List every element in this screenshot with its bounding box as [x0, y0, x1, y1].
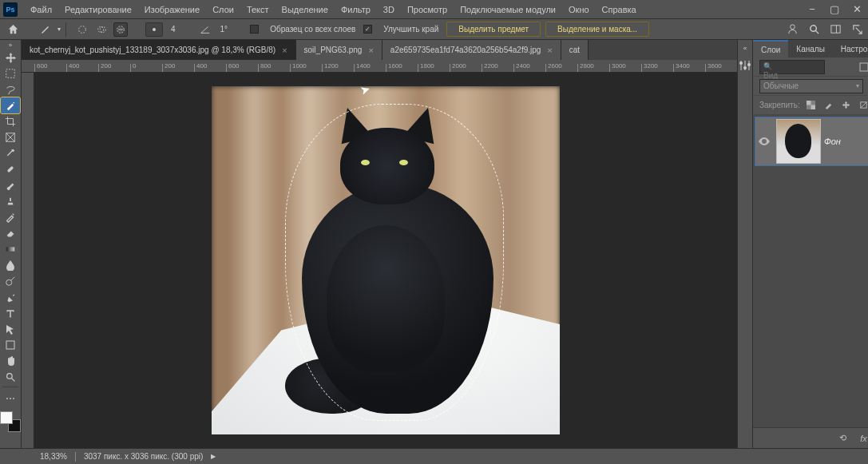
toolstrip-expand-icon[interactable]: » — [9, 42, 12, 50]
cloud-docs-icon[interactable] — [787, 23, 799, 35]
zoom-level-value[interactable]: 18,33% — [40, 452, 67, 461]
workspace-icon[interactable] — [830, 23, 842, 35]
filter-pixel-icon[interactable] — [858, 61, 868, 73]
menu-image[interactable]: Изображение — [138, 0, 206, 18]
angle-value[interactable]: 1° — [217, 25, 232, 34]
share-icon[interactable] — [851, 23, 863, 35]
layer-filter-input[interactable]: 🔍 — [759, 60, 825, 74]
svg-rect-9 — [6, 69, 15, 78]
close-icon[interactable]: × — [368, 46, 373, 55]
ruler-vertical[interactable] — [22, 73, 34, 448]
edit-toolbar-icon[interactable]: ⋯ — [1, 391, 20, 406]
frame-tool[interactable] — [1, 129, 20, 145]
canvas-area[interactable] — [34, 73, 737, 448]
ruler-tick: 3200 — [641, 64, 673, 72]
svg-point-7 — [811, 26, 817, 32]
window-close-button[interactable]: ✕ — [846, 0, 868, 19]
svg-rect-11 — [7, 166, 14, 173]
visibility-eye-icon[interactable] — [758, 135, 771, 148]
panel-tab-layers[interactable]: Слои — [753, 40, 788, 58]
menu-select[interactable]: Выделение — [275, 0, 335, 18]
refine-edge-checkbox[interactable] — [363, 25, 372, 34]
lasso-tool[interactable] — [1, 81, 20, 97]
adjustments-icon[interactable] — [738, 58, 752, 73]
chevron-down-icon[interactable]: ▾ — [57, 26, 61, 33]
type-tool[interactable] — [1, 305, 20, 321]
svg-point-16 — [739, 61, 743, 65]
close-icon[interactable]: × — [282, 46, 287, 55]
layer-list: Фон — [753, 115, 868, 427]
svg-rect-19 — [860, 63, 868, 71]
quick-select-new-icon[interactable] — [75, 22, 89, 37]
menu-plugins[interactable]: Подключаемые модули — [454, 0, 562, 18]
layer-fx-icon[interactable]: fx — [858, 432, 868, 445]
brush-size-value[interactable]: 4 — [168, 25, 179, 34]
status-info-chevron-icon[interactable]: ▶ — [211, 453, 216, 460]
document-tab-3[interactable]: a2e659735ea1fd74a3620a256b54a2f9.jpg × — [382, 40, 561, 60]
brush-tool[interactable] — [1, 177, 20, 193]
color-swatches[interactable] — [0, 411, 21, 432]
layer-item[interactable]: Фон — [755, 117, 868, 166]
blend-mode-select[interactable]: Обычные ▾ — [759, 79, 863, 93]
quick-selection-tool[interactable] — [1, 97, 20, 113]
window-minimize-button[interactable]: − — [801, 0, 823, 19]
marquee-tool[interactable] — [1, 65, 20, 81]
healing-brush-tool[interactable] — [1, 161, 20, 177]
document-tab-4[interactable]: cat — [561, 40, 589, 60]
menu-view[interactable]: Просмотр — [401, 0, 454, 18]
sample-all-layers-checkbox[interactable] — [250, 25, 259, 34]
search-icon[interactable] — [808, 23, 820, 35]
panel-tab-channels[interactable]: Каналы — [788, 40, 833, 58]
history-brush-tool[interactable] — [1, 209, 20, 225]
menu-type[interactable]: Текст — [240, 0, 275, 18]
menu-file[interactable]: Файл — [24, 0, 58, 18]
zoom-tool[interactable] — [1, 369, 20, 385]
eyedropper-tool[interactable] — [1, 145, 20, 161]
ruler-tick: 800 — [258, 64, 290, 72]
lock-transparency-icon[interactable] — [805, 99, 818, 112]
quick-select-add-icon[interactable] — [94, 22, 109, 37]
close-icon[interactable]: × — [547, 46, 552, 55]
move-tool[interactable] — [1, 50, 20, 65]
lock-nested-icon[interactable] — [858, 99, 868, 112]
select-and-mask-button[interactable]: Выделение и маска... — [545, 22, 649, 37]
menu-help[interactable]: Справка — [596, 0, 643, 18]
lock-image-icon[interactable] — [822, 99, 835, 112]
menu-window[interactable]: Окно — [562, 0, 596, 18]
foreground-color-swatch[interactable] — [0, 411, 13, 424]
menu-3d[interactable]: 3D — [377, 0, 401, 18]
blur-tool[interactable] — [1, 257, 20, 273]
layer-thumbnail[interactable] — [776, 119, 821, 164]
home-icon[interactable] — [5, 22, 21, 38]
hand-tool[interactable] — [1, 353, 20, 369]
ruler-tick: 3600 — [705, 64, 737, 72]
pen-tool[interactable] — [1, 289, 20, 305]
svg-point-17 — [743, 66, 747, 69]
document-dimensions[interactable]: 3037 пикс. x 3036 пикс. (300 ppi) — [84, 452, 203, 461]
collapsed-expand-icon[interactable]: « — [743, 45, 747, 52]
brush-preview-icon[interactable] — [145, 22, 163, 37]
select-subject-button[interactable]: Выделить предмет — [446, 22, 541, 37]
menu-edit[interactable]: Редактирование — [58, 0, 138, 18]
document-tab-2[interactable]: soil_PNG63.png × — [296, 40, 382, 60]
ruler-horizontal[interactable]: 6004002000200400600800100012001400160018… — [22, 60, 737, 73]
lock-position-icon[interactable] — [840, 99, 853, 112]
eraser-tool[interactable] — [1, 225, 20, 241]
menu-layer[interactable]: Слои — [206, 0, 240, 18]
gradient-tool[interactable] — [1, 241, 20, 257]
link-layers-icon[interactable]: ⟲ — [837, 432, 850, 445]
dodge-tool[interactable] — [1, 273, 20, 289]
rectangle-tool[interactable] — [1, 337, 20, 353]
ruler-tick: 1400 — [354, 64, 386, 72]
ruler-tick: 400 — [194, 64, 226, 72]
clone-stamp-tool[interactable] — [1, 193, 20, 209]
path-selection-tool[interactable] — [1, 321, 20, 337]
layer-name-label[interactable]: Фон — [824, 137, 868, 146]
crop-tool[interactable] — [1, 113, 20, 129]
document-tab-1[interactable]: kot_chernyj_kot_pushistyj_133189_3037x30… — [22, 40, 296, 60]
quick-select-subtract-icon[interactable] — [113, 22, 128, 37]
window-maximize-button[interactable]: ▢ — [823, 0, 846, 19]
menu-filter[interactable]: Фильтр — [335, 0, 377, 18]
tool-preset-picker[interactable] — [38, 22, 53, 37]
panel-tab-brush-settings[interactable]: Настройка кисти — [833, 40, 868, 58]
